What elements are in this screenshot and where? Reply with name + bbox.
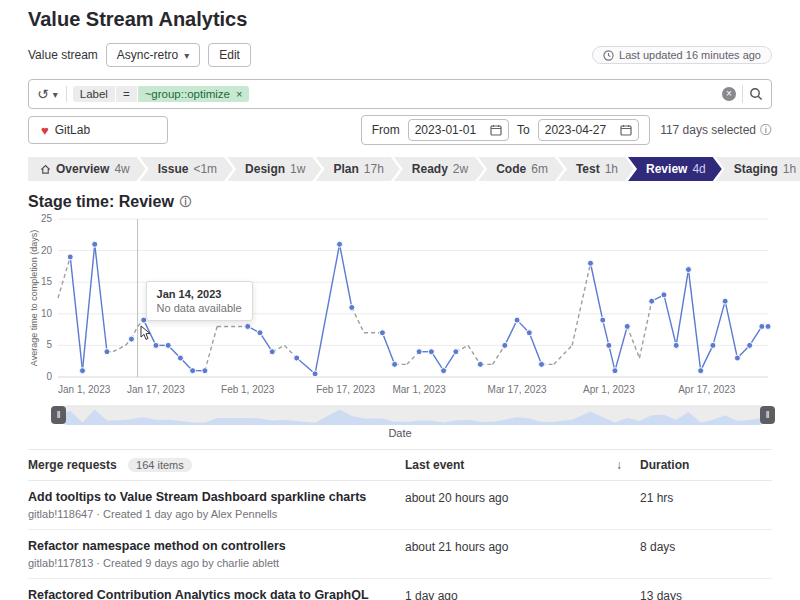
svg-text:15: 15 <box>41 276 53 287</box>
last-updated-badge: Last updated 16 minutes ago <box>592 46 772 64</box>
info-icon[interactable]: ⓘ <box>760 122 772 139</box>
stage-item-code[interactable]: Code 6m <box>478 157 564 181</box>
info-icon[interactable]: ⓘ <box>180 194 192 211</box>
svg-text:Jan 1, 2023: Jan 1, 2023 <box>58 384 111 395</box>
x-axis-title: Date <box>28 427 772 439</box>
stage-item-plan[interactable]: Plan 17h <box>315 157 399 181</box>
merge-requests-table: Merge requests 164 items Last event ↓ Du… <box>28 449 772 600</box>
mr-meta: gitlab!117813 · Created 9 days ago by ch… <box>28 557 405 569</box>
table-row: Add tooltips to Value Stream Dashboard s… <box>28 481 772 530</box>
stage-section-title: Stage time: Review ⓘ <box>28 193 772 211</box>
mr-last-event: about 20 hours ago <box>405 490 640 505</box>
value-stream-analytics-page: Value Stream Analytics Value stream Asyn… <box>0 0 800 600</box>
stage-item-design[interactable]: Design 1w <box>227 157 321 181</box>
token-remove-icon[interactable]: × <box>236 88 242 100</box>
stage-item-ready[interactable]: Ready 2w <box>394 157 484 181</box>
token-operator[interactable]: = <box>116 86 137 102</box>
svg-text:Feb 17, 2023: Feb 17, 2023 <box>316 384 375 395</box>
brush-minimap <box>58 405 768 425</box>
chart-canvas[interactable]: 0510152025Jan 1, 2023Jan 17, 2023Feb 1, … <box>28 213 772 403</box>
stage-time-chart[interactable]: 0510152025Jan 1, 2023Jan 17, 2023Feb 1, … <box>28 213 772 403</box>
to-label: To <box>517 123 530 137</box>
table-row: Refactor namespace method on controllers… <box>28 530 772 579</box>
filter-token: Label = ~group::optimize × <box>73 86 716 102</box>
token-field[interactable]: Label <box>73 86 115 102</box>
from-date-input[interactable]: 2023-01-01 <box>408 119 509 141</box>
mr-duration: 13 days <box>640 588 772 600</box>
mr-last-event: about 21 hours ago <box>405 539 640 554</box>
tooltip-date: Jan 14, 2023 <box>157 288 242 300</box>
value-stream-toolbar: Value stream Async-retro ▾ Edit Last upd… <box>28 41 772 69</box>
to-date-input[interactable]: 2023-04-27 <box>538 119 639 141</box>
project-avatar-heart-icon: ♥ <box>41 123 49 138</box>
home-icon <box>40 164 51 175</box>
mr-duration: 21 hrs <box>640 490 772 505</box>
mouse-cursor <box>140 325 152 341</box>
calendar-icon <box>490 124 502 136</box>
svg-text:Feb 1, 2023: Feb 1, 2023 <box>221 384 275 395</box>
search-icon[interactable] <box>749 87 763 101</box>
clock-icon <box>603 50 614 61</box>
chart-tooltip: Jan 14, 2023 No data available <box>146 281 253 321</box>
filtered-search-bar[interactable]: ↺ ▾ Label = ~group::optimize × × <box>28 79 772 109</box>
stage-item-issue[interactable]: Issue <1m <box>140 157 233 181</box>
calendar-icon <box>620 124 632 136</box>
svg-text:5: 5 <box>46 339 52 350</box>
value-stream-label: Value stream <box>28 48 98 62</box>
svg-text:Apr 1, 2023: Apr 1, 2023 <box>583 384 635 395</box>
stage-item-overview[interactable]: Overview 4w <box>28 157 146 181</box>
svg-text:Mar 17, 2023: Mar 17, 2023 <box>488 384 547 395</box>
clear-search-icon[interactable]: × <box>722 87 736 101</box>
mr-meta: gitlab!118647 · Created 1 day ago by Ale… <box>28 508 405 520</box>
edit-button[interactable]: Edit <box>208 43 251 67</box>
mr-last-event: 1 day ago <box>405 588 640 600</box>
value-stream-dropdown[interactable]: Async-retro ▾ <box>106 43 200 67</box>
mr-title-link[interactable]: Refactored Contribution Analytics mock d… <box>28 588 405 600</box>
duration-header[interactable]: Duration <box>640 458 772 472</box>
stage-item-review[interactable]: Review 4d <box>628 157 722 181</box>
days-selected-text: 117 days selected ⓘ <box>660 122 772 139</box>
stage-item-test[interactable]: Test 1h <box>558 157 634 181</box>
stage-path-nav: Overview 4w Issue <1m Design 1w Plan 17h… <box>28 157 772 181</box>
brush-handle-left[interactable]: ‖ <box>51 406 66 424</box>
table-header: Merge requests 164 items Last event ↓ Du… <box>28 450 772 481</box>
chart-date-brush[interactable]: ‖ ‖ <box>58 405 768 425</box>
tooltip-body: No data available <box>157 302 242 314</box>
search-history-control[interactable]: ↺ ▾ <box>37 86 67 102</box>
last-event-header[interactable]: Last event ↓ <box>405 458 640 472</box>
brush-handle-right[interactable]: ‖ <box>760 406 775 424</box>
project-selector[interactable]: ♥ GitLab <box>28 116 168 144</box>
svg-text:20: 20 <box>41 245 53 256</box>
svg-text:Jan 17, 2023: Jan 17, 2023 <box>127 384 185 395</box>
svg-text:10: 10 <box>41 308 53 319</box>
from-label: From <box>372 123 400 137</box>
page-title: Value Stream Analytics <box>28 8 772 31</box>
stage-item-staging[interactable]: Staging 1h <box>716 157 800 181</box>
mr-duration: 8 days <box>640 539 772 554</box>
items-count-badge: 164 items <box>128 458 192 472</box>
svg-text:Apr 17, 2023: Apr 17, 2023 <box>678 384 736 395</box>
svg-text:Average time to completion (da: Average time to completion (days) <box>29 230 39 366</box>
chevron-down-icon: ▾ <box>53 89 58 100</box>
date-range-picker: From 2023-01-01 To 2023-04-27 <box>361 115 650 145</box>
table-title-cell: Merge requests 164 items <box>28 458 405 472</box>
filter-secondary-row: ♥ GitLab From 2023-01-01 To 2023-04-27 1… <box>28 115 772 145</box>
sort-desc-icon[interactable]: ↓ <box>616 458 622 472</box>
chevron-down-icon: ▾ <box>184 50 189 61</box>
history-icon: ↺ <box>37 86 49 102</box>
mr-title-link[interactable]: Add tooltips to Value Stream Dashboard s… <box>28 490 405 504</box>
svg-text:Mar 1, 2023: Mar 1, 2023 <box>392 384 446 395</box>
svg-text:0: 0 <box>46 371 52 382</box>
svg-text:25: 25 <box>41 213 53 224</box>
token-value[interactable]: ~group::optimize × <box>138 86 250 102</box>
mr-title-link[interactable]: Refactor namespace method on controllers <box>28 539 405 553</box>
table-title: Merge requests <box>28 458 117 472</box>
divider <box>742 85 743 103</box>
table-row: Refactored Contribution Analytics mock d… <box>28 579 772 600</box>
